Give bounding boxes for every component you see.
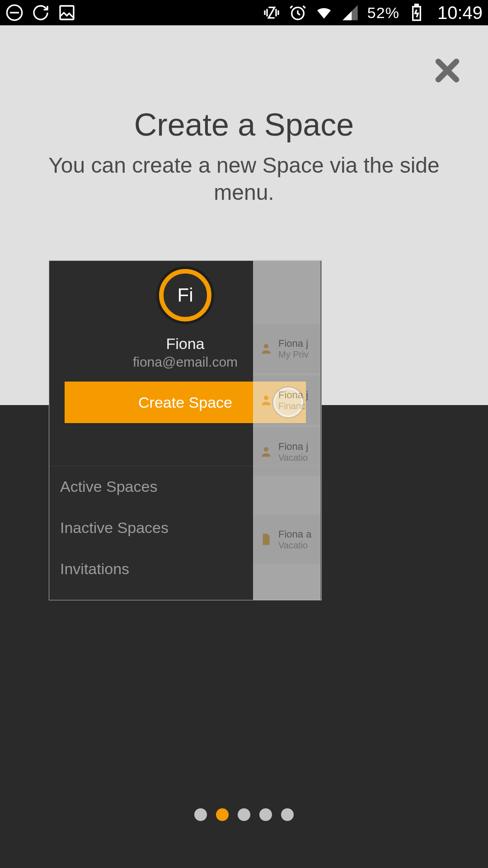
list-item-title: Fiona j	[278, 338, 309, 349]
list-item-title: Fiona j	[278, 389, 308, 401]
person-icon	[259, 393, 273, 407]
person-icon	[259, 445, 273, 458]
list-item[interactable]: Fiona jFinanc	[253, 376, 320, 425]
alarm-icon	[289, 4, 307, 22]
list-item[interactable]: Fiona jMy Priv	[253, 324, 320, 373]
status-right-icons: 52% 10:49	[263, 3, 483, 23]
svg-point-6	[264, 344, 268, 349]
list-item-subtitle: Financ	[278, 401, 308, 411]
svg-point-8	[264, 447, 268, 452]
svg-point-7	[264, 396, 268, 400]
avatar-initials: Fi	[178, 284, 193, 306]
list-item[interactable]: Fiona jVacatio	[253, 427, 320, 476]
battery-percentage: 52%	[367, 4, 399, 22]
document-icon	[259, 533, 273, 546]
list-item-subtitle: Vacatio	[278, 540, 311, 551]
person-icon	[259, 342, 273, 355]
list-item-title: Fiona j	[278, 441, 308, 453]
status-clock: 10:49	[437, 3, 483, 23]
battery-charging-icon	[408, 4, 426, 22]
android-status-bar: 52% 10:49	[0, 0, 488, 25]
do-not-disturb-icon	[5, 4, 23, 22]
signal-icon	[341, 4, 359, 22]
svg-rect-2	[60, 6, 74, 19]
create-space-button-label: Create Space	[138, 394, 232, 411]
sync-icon	[32, 4, 50, 22]
list-item-subtitle: Vacatio	[278, 453, 308, 463]
status-left-icons	[5, 4, 76, 22]
wifi-icon	[315, 4, 333, 22]
list-item-title: Fiona a	[278, 528, 311, 540]
svg-rect-5	[415, 5, 418, 7]
avatar: Fi	[159, 269, 211, 321]
image-icon	[58, 4, 76, 22]
list-item[interactable]: Fiona aVacatio	[253, 515, 320, 564]
list-item-subtitle: My Priv	[278, 349, 309, 360]
vibrate-icon	[263, 4, 281, 22]
mock-right-panel: Fiona jMy PrivFiona jFinancFiona jVacati…	[253, 260, 321, 600]
